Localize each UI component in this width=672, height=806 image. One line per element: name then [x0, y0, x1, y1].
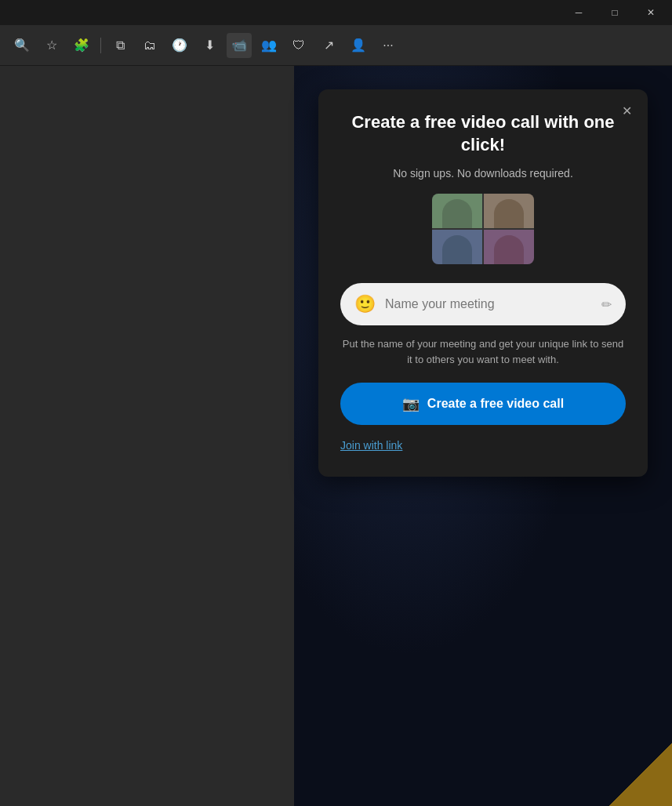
download-icon[interactable]: ⬇ [197, 33, 222, 58]
profile-icon[interactable]: 👤 [346, 33, 371, 58]
emoji-picker-icon[interactable]: 🙂 [354, 294, 376, 314]
video-call-toolbar-icon[interactable]: 📹 [227, 33, 252, 58]
browser-toolbar: 🔍 ☆ 🧩 ⧉ 🗂 🕐 ⬇ 📹 👥 🛡 ↗ 👤 ··· [0, 25, 672, 66]
meeting-name-input[interactable] [385, 297, 592, 311]
share-icon[interactable]: ↗ [316, 33, 341, 58]
collections-icon[interactable]: 🗂 [137, 33, 162, 58]
split-view-icon[interactable]: ⧉ [107, 33, 133, 58]
join-with-link-button[interactable]: Join with link [340, 439, 402, 452]
avatar-3 [432, 230, 482, 264]
maximize-button[interactable]: □ [597, 0, 633, 25]
avatar-4 [484, 230, 534, 264]
minimize-button[interactable]: ─ [561, 0, 597, 25]
main-content: ✕ Create a free video call with one clic… [0, 66, 672, 806]
video-cell-2 [484, 194, 534, 228]
left-panel [0, 66, 294, 806]
titlebar: ─ □ ✕ [0, 0, 672, 25]
create-video-call-button[interactable]: 📷 Create a free video call [340, 383, 626, 425]
camera-icon: 📷 [402, 395, 420, 412]
popup-description: Put the name of your meeting and get you… [340, 336, 626, 367]
window-close-button[interactable]: ✕ [633, 0, 669, 25]
browser-essentials-icon[interactable]: 🛡 [286, 33, 311, 58]
popup-close-button[interactable]: ✕ [615, 99, 638, 122]
favorites-icon[interactable]: ☆ [39, 33, 64, 58]
avatar-2 [484, 194, 534, 228]
right-panel: ✕ Create a free video call with one clic… [294, 66, 672, 806]
popup-subtitle: No sign ups. No downloads required. [340, 167, 626, 180]
create-button-label: Create a free video call [427, 397, 564, 411]
meeting-name-field[interactable]: 🙂 ✏ [340, 283, 626, 325]
avatar-1 [432, 194, 482, 228]
corner-decoration [609, 743, 672, 806]
popup-title: Create a free video call with one click! [340, 111, 626, 156]
more-options-icon[interactable]: ··· [376, 33, 401, 58]
video-cell-1 [432, 194, 482, 228]
video-call-popup: ✕ Create a free video call with one clic… [318, 89, 648, 477]
toolbar-divider-1 [100, 38, 101, 53]
search-icon[interactable]: 🔍 [9, 33, 35, 58]
video-cell-4 [484, 230, 534, 264]
video-preview [432, 194, 534, 264]
edit-icon[interactable]: ✏ [601, 297, 612, 312]
video-cell-3 [432, 230, 482, 264]
people-icon[interactable]: 👥 [256, 33, 282, 58]
history-icon[interactable]: 🕐 [167, 33, 192, 58]
extensions-icon[interactable]: 🧩 [69, 33, 94, 58]
